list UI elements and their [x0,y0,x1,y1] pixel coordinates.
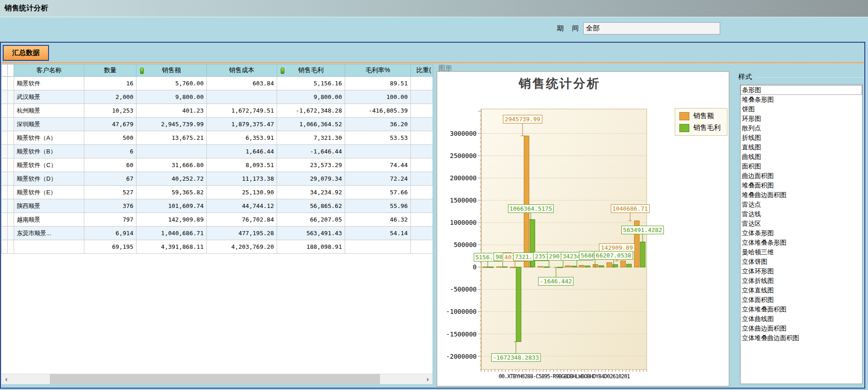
bar-sales [566,266,571,267]
row-indicator[interactable] [8,90,14,104]
style-list-item[interactable]: 立体面积图 [741,295,862,305]
style-list-item[interactable]: 立体环形图 [741,267,862,276]
column-header[interactable]: 毛利率% [345,64,411,77]
style-list-item[interactable]: 曲线图 [741,152,862,162]
value-cell: -1,672,348.28 [277,104,345,118]
row-indicator[interactable] [2,172,8,186]
row-indicator[interactable] [2,240,8,254]
row-indicator[interactable] [8,118,14,131]
table-row[interactable]: 东莞市顺景...6,9141,040,686.71477,195.28563,4… [2,227,434,240]
row-indicator[interactable] [8,213,14,227]
value-cell: 67 [84,172,137,186]
table-row[interactable]: 顺景软件（A）50013,675.216,353.917,321.3053.53 [2,131,434,145]
style-list-item[interactable]: 堆叠曲边面积图 [741,190,862,200]
chart-style-list: 条形图堆叠条形图饼图环形图散列点折线图直线图曲线图面积图曲边面积图堆叠面积图堆叠… [740,84,863,384]
style-list-item[interactable]: 立体堆叠面积图 [741,305,862,314]
style-list-item[interactable]: 曼哈顿三维 [741,247,862,257]
bar-sales [620,261,625,267]
scrollbar-thumb[interactable] [50,374,380,384]
table-row[interactable]: 越南顺景797142,909.8976,702.8466,207.0546.32 [2,213,434,227]
style-list-item[interactable]: 直线图 [741,143,862,152]
svg-text:500000: 500000 [454,241,477,248]
bar-profit [599,266,604,267]
period-label: 期 间 [557,24,582,33]
tab-summary-data[interactable]: 汇总数据 [3,45,49,61]
value-cell: 100.00 [345,90,411,104]
style-list-item[interactable]: 堆叠条形图 [741,95,862,104]
table-row[interactable]: 顺景软件（B）61,646.44-1,646.44 [2,145,434,158]
row-indicator[interactable] [8,186,14,199]
style-list-item[interactable]: 立体直线图 [741,286,862,295]
value-cell: -416,805.39 [345,104,411,118]
period-input[interactable] [583,22,720,35]
style-list-item[interactable]: 折线图 [741,133,862,143]
scroll-left-arrow[interactable]: ‹ [1,374,11,384]
style-list-item[interactable]: 雷达点 [741,200,862,209]
value-cell [411,186,434,199]
row-indicator[interactable] [8,131,14,145]
column-header[interactable]: 客户名称 [14,64,84,77]
chart-indicator-icon [140,68,144,74]
style-list-item[interactable]: 立体堆叠条形图 [741,238,862,247]
style-list-item[interactable]: 立体堆叠曲边面积图 [741,333,862,343]
row-indicator[interactable] [8,172,14,186]
row-indicator[interactable] [2,90,8,104]
value-cell: 11,173.38 [207,172,277,186]
row-indicator[interactable] [2,213,8,227]
row-indicator[interactable] [8,158,14,172]
row-indicator[interactable] [8,77,14,90]
row-indicator[interactable] [8,227,14,240]
style-list-item[interactable]: 立体饼图 [741,257,862,267]
style-list-item[interactable]: 饼图 [741,104,862,114]
style-list-item[interactable]: 环形图 [741,114,862,123]
row-indicator[interactable] [2,199,8,213]
row-indicator[interactable] [2,118,8,131]
style-list-item[interactable]: 雷达线 [741,209,862,219]
table-row[interactable]: 顺景软件（D）6740,252.7211,173.3829,079.3472.2… [2,172,434,186]
summary-table-panel: 客户名称数量销售额销售成本销售毛利毛利率%比重( 顺景软件165,760.006… [1,64,433,384]
row-indicator[interactable] [2,145,8,158]
style-list-item[interactable]: 曲边面积图 [741,171,862,181]
table-row[interactable]: 陕西顺景376101,609.7444,744.1256,865.6255.96 [2,199,434,213]
value-cell: 1,066,364.52 [277,118,345,131]
row-indicator[interactable] [8,145,14,158]
style-list-item[interactable]: 条形图 [741,85,862,95]
column-header[interactable]: 销售毛利 [277,64,345,77]
row-indicator[interactable] [8,199,14,213]
row-indicator[interactable] [2,131,8,145]
value-cell: 1,672,749.51 [207,104,277,118]
column-header[interactable]: 比重( [411,64,434,77]
value-cell: 29,079.34 [277,172,345,186]
style-list-item[interactable]: 立体条形图 [741,228,862,238]
horizontal-scrollbar[interactable]: ‹ › [1,374,433,384]
table-row[interactable]: 深圳顺景47,6792,945,739.991,879,375.471,066,… [2,118,434,131]
style-list-item[interactable]: 堆叠面积图 [741,181,862,190]
table-row[interactable]: 顺景软件（C）6031,666.808,093.5123,573.2974.44 [2,158,434,172]
column-header[interactable]: 销售成本 [207,64,277,77]
table-row[interactable]: 杭州顺景10,253401.231,672,749.51-1,672,348.2… [2,104,434,118]
style-list-item[interactable]: 立体折线图 [741,276,862,286]
style-list-item[interactable]: 立体曲边面积图 [741,324,862,333]
style-list-item[interactable]: 雷达区 [741,219,862,228]
row-indicator[interactable] [8,104,14,118]
scroll-right-arrow[interactable]: › [423,374,433,384]
value-cell: 6,914 [84,227,137,240]
table-row[interactable]: 顺景软件（E）52759,365.8225,130.9034,234.9257.… [2,186,434,199]
table-total-row[interactable]: 69,1954,391,868.114,203,769.20188,098.91 [2,240,434,254]
row-indicator[interactable] [2,186,8,199]
legend-label: 销售毛利 [693,123,721,132]
table-row[interactable]: 顺景软件165,760.00603.845,156.1689.51 [2,77,434,90]
row-indicator[interactable] [8,240,14,254]
style-list-item[interactable]: 散列点 [741,123,862,133]
column-header[interactable]: 数量 [84,64,137,77]
style-list-item[interactable]: 立体曲线图 [741,314,862,324]
row-indicator[interactable] [2,104,8,118]
row-indicator[interactable] [2,77,8,90]
column-header[interactable]: 销售额 [137,64,207,77]
scrollbar-track[interactable] [11,374,423,384]
row-indicator[interactable] [2,158,8,172]
table-row[interactable]: 武汉顺景2,0009,800.009,800.00100.00 [2,90,434,104]
style-list-item[interactable]: 面积图 [741,162,862,171]
row-indicator[interactable] [2,227,8,240]
svg-text:-1000000: -1000000 [446,308,477,315]
